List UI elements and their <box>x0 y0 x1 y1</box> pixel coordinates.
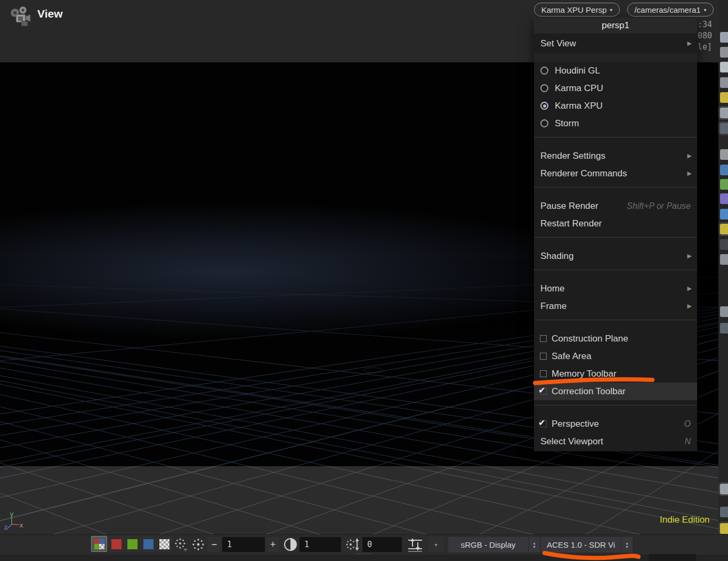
chevron-down-icon: ▾ <box>704 7 707 13</box>
menu-item-karma-cpu[interactable]: Karma CPU <box>534 79 697 97</box>
toolbar-resize-handle[interactable]: ········ <box>355 551 372 556</box>
menu-separator <box>534 405 697 415</box>
toolbar-icon[interactable] <box>720 209 728 219</box>
toolbar-icon[interactable] <box>720 484 728 494</box>
shortcut-label: N <box>684 437 691 446</box>
menu-separator <box>534 137 697 147</box>
checkbox-icon <box>540 370 547 377</box>
submenu-arrow-icon: ▶ <box>687 170 692 177</box>
menu-item-restart-render[interactable]: Restart Render <box>534 215 697 232</box>
display-colorspace-select[interactable]: sRGB - Display ▲▼ <box>448 537 540 552</box>
menu-separator <box>534 187 697 197</box>
submenu-arrow-icon: ▶ <box>687 285 692 292</box>
toolbar-icon[interactable] <box>720 224 728 234</box>
menu-item-set-view[interactable]: Set View ▶ <box>534 34 697 53</box>
gamma-increment-button[interactable]: + <box>266 537 279 552</box>
green-channel-button[interactable] <box>124 536 140 552</box>
toolbar-options-caret-button[interactable]: ▾ <box>428 537 444 552</box>
axis-gizmo: y z x <box>3 507 27 533</box>
menu-item-pause-render[interactable]: Pause Render Shift+P or Pause <box>534 197 697 215</box>
brightness-icon[interactable] <box>191 537 206 552</box>
menu-item-home[interactable]: Home ▶ <box>534 280 697 297</box>
toolbar-icon[interactable] <box>720 123 728 134</box>
menu-item-shading[interactable]: Shading ▶ <box>534 247 697 265</box>
menu-separator <box>534 237 697 247</box>
submenu-arrow-icon: ▶ <box>687 303 692 310</box>
radio-icon <box>540 67 548 75</box>
render-info-clipped-text: :34 080 le] <box>698 19 718 53</box>
shortcut-label: Shift+P or Pause <box>627 201 691 211</box>
renderer-pill-label: Karma XPU Persp <box>541 5 607 14</box>
menu-item-houdini-gl[interactable]: Houdini GL <box>534 62 697 79</box>
contrast-icon[interactable] <box>282 536 298 552</box>
checkbox-icon <box>540 335 547 342</box>
menu-separator <box>534 320 697 330</box>
gamma-field[interactable]: 1 <box>222 537 265 552</box>
color-correction-menu-icon[interactable] <box>174 537 189 552</box>
rgba-channels-button[interactable] <box>91 536 107 552</box>
rgba-swatch-icon <box>94 539 104 549</box>
clamp-range-icon[interactable] <box>407 537 424 553</box>
toolbar-icon[interactable] <box>720 523 728 534</box>
toolbar-icon[interactable] <box>720 507 728 517</box>
red-channel-button[interactable] <box>108 536 124 552</box>
toolbar-icon[interactable] <box>720 108 728 118</box>
menu-item-construction-plane[interactable]: Construction Plane <box>534 330 697 347</box>
menu-item-karma-xpu[interactable]: Karma XPU <box>534 97 697 115</box>
menu-title: persp1 <box>534 18 697 34</box>
view-transform-select[interactable]: ACES 1.0 - SDR Vi ▲▼ <box>541 537 633 552</box>
menu-item-storm[interactable]: Storm <box>534 115 697 132</box>
camera-path-pill-button[interactable]: /cameras/camera1 ▾ <box>627 3 714 17</box>
shortcut-label: O <box>684 419 691 429</box>
toolbar-icon[interactable] <box>720 47 728 58</box>
menu-item-frame[interactable]: Frame ▶ <box>534 297 697 315</box>
radio-icon <box>540 119 548 127</box>
contrast-field[interactable]: 1 <box>300 537 341 552</box>
toolbar-icon[interactable] <box>720 92 728 103</box>
menu-item-render-settings[interactable]: Render Settings ▶ <box>534 147 697 165</box>
radio-selected-icon <box>540 102 548 110</box>
menu-item-correction-toolbar[interactable]: ✔ Correction Toolbar <box>534 383 697 400</box>
right-toolbar <box>718 0 728 561</box>
toolbar-icon[interactable] <box>720 149 728 160</box>
indie-edition-watermark: Indie Edition <box>660 515 710 525</box>
toolbar-icon[interactable] <box>720 193 728 204</box>
menu-item-renderer-commands[interactable]: Renderer Commands ▶ <box>534 165 697 182</box>
blue-channel-button[interactable] <box>140 536 156 552</box>
gamma-decrement-button[interactable]: − <box>208 537 221 552</box>
submenu-arrow-icon: ▶ <box>687 253 692 259</box>
menu-item-safe-area[interactable]: Safe Area <box>534 347 697 365</box>
spinner-arrows-icon[interactable]: ▲▼ <box>528 537 540 552</box>
camera-icon <box>9 5 32 28</box>
axis-y-label: y <box>10 510 14 518</box>
alpha-swatch-icon <box>159 539 169 549</box>
toolbar-icon[interactable] <box>720 179 728 190</box>
toolbar-icon[interactable] <box>720 323 728 334</box>
submenu-arrow-icon: ▶ <box>687 152 692 159</box>
toolbar-icon[interactable] <box>720 239 728 250</box>
menu-item-memory-toolbar[interactable]: Memory Toolbar <box>534 365 697 383</box>
toolbar-icon[interactable] <box>720 254 728 265</box>
axis-x-label: x <box>19 521 23 529</box>
pane-title: View <box>37 7 62 20</box>
toolbar-icon[interactable] <box>720 306 728 317</box>
bottom-partial-widget <box>649 554 696 561</box>
menu-item-perspective[interactable]: ✔ Perspective O <box>534 415 697 433</box>
toolbar-icon[interactable] <box>720 62 728 72</box>
menu-item-select-viewport[interactable]: Select Viewport N <box>534 433 697 450</box>
menu-separator <box>534 270 697 280</box>
checkbox-icon <box>540 353 547 360</box>
axis-z-label: z <box>4 523 8 531</box>
exposure-icon[interactable] <box>345 537 360 552</box>
radio-icon <box>540 84 548 92</box>
spinner-arrows-icon[interactable]: ▲▼ <box>621 537 633 552</box>
renderer-persp-pill-button[interactable]: Karma XPU Persp ▾ <box>534 3 620 17</box>
exposure-field[interactable]: 0 <box>362 537 402 552</box>
red-swatch-icon <box>111 539 122 549</box>
toolbar-icon[interactable] <box>720 77 728 88</box>
blue-swatch-icon <box>143 539 153 549</box>
toolbar-icon[interactable] <box>720 165 728 175</box>
checkmark-icon: ✔ <box>538 418 545 428</box>
alpha-channel-button[interactable] <box>156 536 172 552</box>
toolbar-icon[interactable] <box>720 32 728 43</box>
